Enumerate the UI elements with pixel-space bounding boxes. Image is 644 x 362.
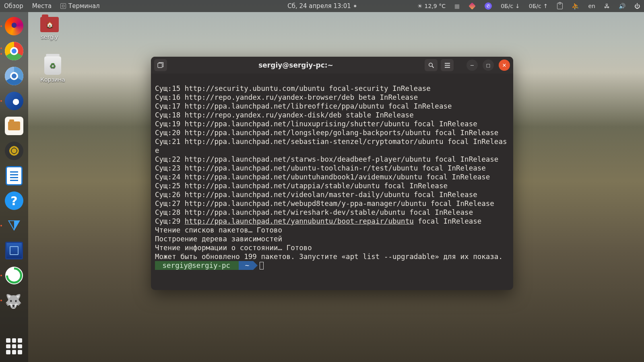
terminal-title: sergiy@sergiy-pc:~ — [170, 61, 421, 69]
minimize-icon: ─ — [471, 62, 474, 68]
virtualbox-icon — [5, 242, 23, 259]
terminal-output-line: Сущ:17 http://ppa.launchpad.net/libreoff… — [155, 102, 452, 110]
terminal-output-line: Сущ:21 http://ppa.launchpad.net/sebastia… — [155, 138, 507, 154]
clock[interactable]: Сб, 24 апреля 13:01 — [287, 2, 356, 10]
new-tab-button[interactable] — [154, 59, 167, 71]
terminal-prompt: sergiy@sergiy-pc ~ — [155, 261, 509, 270]
maximize-icon: ◻ — [486, 62, 491, 68]
search-icon — [428, 62, 434, 68]
svg-rect-0 — [158, 63, 162, 68]
dock-virtualbox[interactable] — [4, 241, 24, 261]
window-maximize-button[interactable]: ◻ — [483, 60, 494, 71]
weather-temp: 12,9 °C — [425, 3, 446, 9]
show-applications[interactable] — [4, 336, 24, 356]
terminal-body[interactable]: Сущ:15 http://security.ubuntu.com/ubuntu… — [151, 74, 513, 290]
dock-thunderbird[interactable] — [4, 91, 24, 111]
terminal-output-line: Сущ:18 http://repo.yandex.ru/yandex-disk… — [155, 111, 414, 119]
dock-chrome[interactable] — [4, 41, 24, 61]
tray-toolbox[interactable] — [469, 2, 476, 10]
terminal-output-line: Сущ:25 http://ppa.launchpad.net/utappia/… — [155, 182, 448, 190]
dock-rhythmbox[interactable] — [4, 141, 24, 161]
network-menu[interactable]: 🖧 — [604, 3, 610, 9]
dock-vscode[interactable]: ⧩ — [4, 216, 24, 236]
window-minimize-button[interactable]: ─ — [466, 60, 478, 71]
folder-home-icon: 🏠 — [40, 17, 59, 32]
files-icon — [5, 117, 23, 135]
power-menu[interactable]: ⏻ — [634, 3, 640, 9]
thunderbird-icon — [5, 92, 23, 110]
net-up-value: 0Б/с — [529, 3, 541, 9]
places-menu[interactable]: Места — [32, 2, 52, 10]
prompt-path: ~ — [239, 261, 254, 270]
desktop-home-label: sergiy — [41, 34, 58, 40]
dock-sync[interactable] — [4, 265, 24, 286]
terminal-icon — [60, 3, 66, 9]
terminal-output-line: Сущ:19 http://ppa.launchpad.net/linuxupr… — [155, 120, 477, 128]
terminal-output-line: Сущ:22 http://ppa.launchpad.net/starws-b… — [155, 155, 498, 163]
gimp-icon: 🐺 — [5, 293, 23, 308]
window-close-button[interactable]: ✕ — [499, 60, 510, 71]
chrome-icon — [5, 42, 23, 60]
terminal-output-line: Чтение списков пакетов… Готово — [155, 226, 282, 234]
terminal-link[interactable]: http://ppa.launchpad.net/yannubuntu/boot… — [185, 217, 414, 225]
arrow-up-icon: ↑ — [543, 3, 548, 9]
chromium-icon — [5, 67, 23, 85]
terminal-search-button[interactable] — [425, 59, 438, 71]
focused-app-menu[interactable]: Терминал — [60, 2, 100, 10]
sync-icon — [5, 267, 23, 284]
sensors-indicator[interactable]: ▦ — [454, 3, 460, 9]
desktop-trash[interactable]: ♻ Корзина — [40, 56, 65, 83]
weather-indicator[interactable]: ☀ 12,9 °C — [417, 3, 446, 9]
clipboard-indicator[interactable] — [557, 3, 563, 9]
terminal-output-line: Чтение информации о состоянии… Готово — [155, 244, 312, 252]
terminal-hamburger-menu[interactable] — [441, 59, 454, 71]
svg-point-1 — [429, 63, 432, 66]
terminal-output-line: Сущ:29 http://ppa.launchpad.net/yannubun… — [155, 217, 481, 225]
terminal-output-line: Сущ:27 http://ppa.launchpad.net/webupd8t… — [155, 200, 494, 208]
dock-files[interactable] — [4, 116, 24, 136]
apps-grid-icon — [6, 338, 22, 354]
tray-viber[interactable]: ✆ — [485, 2, 492, 10]
dock: ? ⧩ 🐺 — [0, 12, 28, 362]
dock-gimp[interactable]: 🐺 — [4, 290, 24, 311]
terminal-cursor — [260, 262, 264, 269]
volume-menu[interactable]: 🔊 — [619, 3, 625, 9]
net-down-indicator[interactable]: 0Б/с ↓ — [501, 3, 520, 9]
terminal-headerbar[interactable]: sergiy@sergiy-pc:~ ─ ◻ ✕ — [151, 57, 513, 74]
terminal-output-line: Сущ:24 http://ppa.launchpad.net/ubuntuha… — [155, 173, 490, 181]
power-icon: ⏻ — [634, 3, 640, 9]
terminal-output-line: Может быть обновлено 199 пакетов. Запуст… — [155, 253, 503, 261]
trash-icon: ♻ — [44, 56, 61, 75]
viber-icon: ✆ — [485, 2, 492, 10]
desktop-home-folder[interactable]: 🏠 sergiy — [40, 17, 59, 40]
volume-icon: 🔊 — [619, 3, 625, 9]
accessibility-icon: ⛹ — [572, 2, 580, 10]
accessibility-menu[interactable]: ⛹ — [572, 2, 580, 10]
top-panel: Обзор Места Терминал Сб, 24 апреля 13:01… — [0, 0, 644, 12]
hamburger-icon — [444, 63, 450, 68]
dock-help[interactable]: ? — [4, 191, 24, 211]
arrow-down-icon: ↓ — [515, 3, 520, 9]
activities-button[interactable]: Обзор — [4, 2, 23, 10]
terminal-window: sergiy@sergiy-pc:~ ─ ◻ ✕ Сущ:15 http://s… — [151, 57, 513, 290]
dock-libreoffice-writer[interactable] — [4, 166, 24, 186]
sun-icon: ☀ — [417, 3, 423, 9]
terminal-output-line: Сущ:28 http://ppa.launchpad.net/wireshar… — [155, 208, 473, 216]
terminal-output-line: Сущ:15 http://security.ubuntu.com/ubuntu… — [155, 84, 431, 93]
close-icon: ✕ — [502, 62, 507, 68]
dock-firefox[interactable] — [4, 16, 24, 36]
clipboard-icon — [557, 3, 563, 9]
desktop-trash-label: Корзина — [40, 76, 65, 83]
terminal-output-line: Сущ:23 http://ppa.launchpad.net/ubuntu-t… — [155, 164, 486, 172]
keyboard-layout[interactable]: en — [588, 3, 596, 9]
notification-dot-icon — [354, 5, 357, 7]
clock-label: Сб, 24 апреля 13:01 — [287, 2, 351, 10]
network-icon: 🖧 — [604, 3, 610, 9]
vscode-icon: ⧩ — [8, 217, 21, 235]
toolbox-icon — [469, 2, 476, 10]
net-up-indicator[interactable]: 0Б/с ↑ — [529, 3, 548, 9]
chip-icon: ▦ — [454, 3, 460, 9]
terminal-output-line: Сущ:16 http://repo.yandex.ru/yandex-brow… — [155, 93, 418, 101]
help-icon: ? — [5, 191, 23, 210]
dock-chromium[interactable] — [4, 66, 24, 86]
